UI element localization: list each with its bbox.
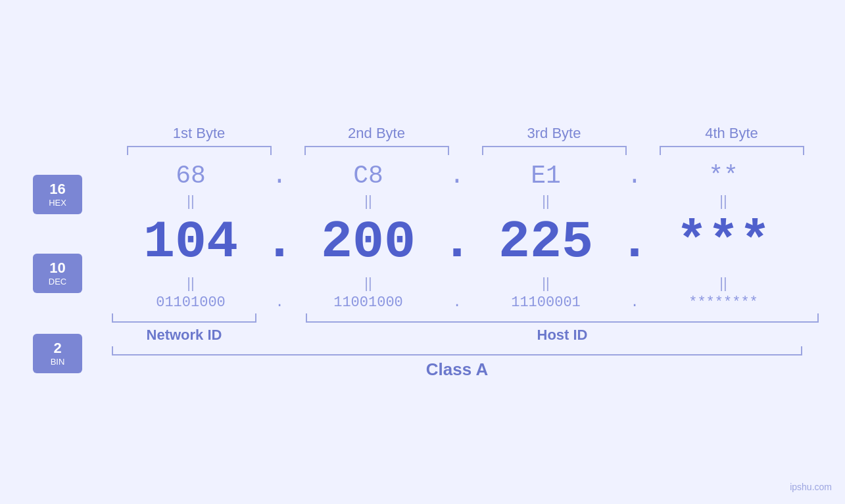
- bin-row: 01101000 . 11001000 . 11100001 .: [95, 294, 819, 311]
- network-id-bracket: [112, 313, 256, 323]
- watermark: ipshu.com: [790, 482, 832, 492]
- byte-3-header: 3rd Byte: [482, 125, 627, 155]
- byte-1-header: 1st Byte: [127, 125, 272, 155]
- class-row: Class A: [95, 346, 819, 380]
- bracket-top-2: [304, 146, 449, 155]
- byte-2-header: 2nd Byte: [304, 125, 449, 155]
- network-id-block: Network ID: [95, 313, 273, 344]
- bracket-top-3: [482, 146, 627, 155]
- byte-4-header: 4th Byte: [660, 125, 804, 155]
- host-id-block: Host ID: [306, 313, 819, 344]
- bracket-top-4: [660, 146, 804, 155]
- class-bracket: [112, 346, 802, 355]
- equals-row-2: || || || ||: [95, 272, 819, 294]
- host-id-bracket: [306, 313, 819, 323]
- host-id-label: Host ID: [537, 327, 588, 344]
- class-label: Class A: [426, 359, 488, 380]
- bin-badge: 2 BIN: [33, 334, 82, 373]
- network-id-label: Network ID: [147, 327, 222, 344]
- hex-row: 68 . C8 . E1 . **: [95, 162, 819, 190]
- equals-row-1: || || || ||: [95, 190, 819, 212]
- hex-badge: 16 HEX: [33, 175, 82, 214]
- dec-badge: 10 DEC: [33, 254, 82, 293]
- id-section: Network ID Host ID: [95, 313, 819, 344]
- dec-row: 104 . 200 . 225 . ***: [95, 212, 819, 272]
- bracket-top-1: [127, 146, 272, 155]
